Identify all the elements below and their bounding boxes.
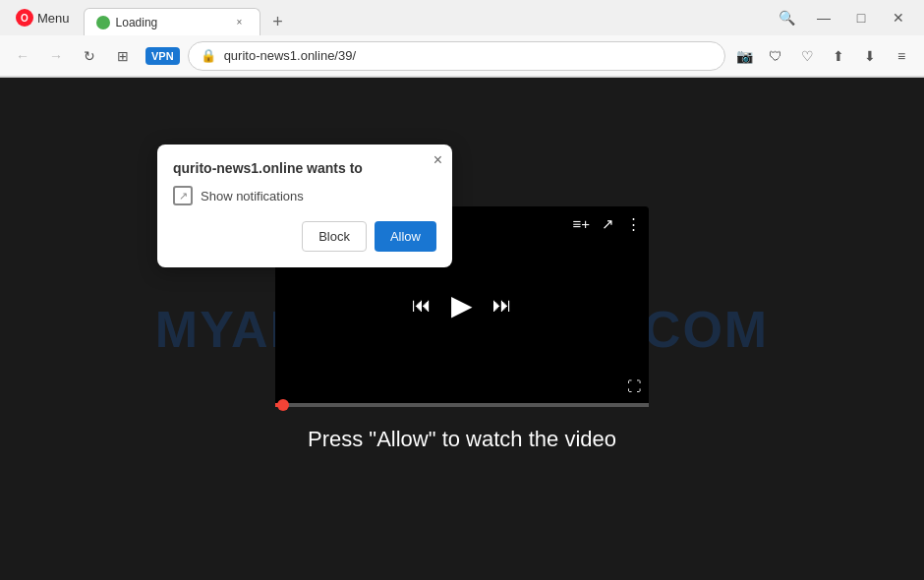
opera-menu-button[interactable]: O Menu [8, 5, 78, 30]
browser-menu-button[interactable]: ≡ [887, 41, 916, 71]
browser-chrome: O Menu Loading × + 🔍 — □ ✕ ← → ↻ ⊞ VPN 🔒 [0, 0, 924, 78]
minimize-button[interactable]: — [806, 0, 841, 35]
back-button[interactable]: ← [8, 41, 37, 71]
address-bar-container[interactable]: 🔒 [188, 41, 725, 71]
tab-close-button[interactable]: × [232, 15, 248, 30]
dialog-title: qurito-news1.online wants to [173, 160, 436, 176]
close-button[interactable]: ✕ [881, 0, 916, 35]
camera-button[interactable]: 📷 [729, 41, 759, 71]
active-tab[interactable]: Loading × [84, 8, 260, 35]
page-content: MYANTISPYWARE.COM × qurito-news1.online … [0, 78, 924, 580]
fullscreen-button[interactable]: ⛶ [627, 378, 641, 394]
allow-button[interactable]: Allow [375, 221, 436, 252]
address-input[interactable] [224, 48, 713, 63]
video-progress-dot [277, 399, 289, 411]
video-progress-bar[interactable] [275, 403, 649, 407]
permission-text: Show notifications [201, 189, 304, 203]
play-pause-button[interactable]: ▶ [451, 289, 473, 321]
video-play-controls: ⏮ ▶ ⏭ [412, 289, 512, 321]
tabs-container: Loading × + [84, 0, 763, 35]
dialog-close-button[interactable]: × [433, 152, 442, 168]
menu-label: Menu [37, 11, 70, 26]
reload-button[interactable]: ↻ [75, 41, 104, 71]
window-controls: 🔍 — □ ✕ [769, 0, 916, 35]
notification-permission-icon: ↗ [173, 186, 193, 205]
prev-button[interactable]: ⏮ [412, 294, 432, 317]
notification-dialog: × qurito-news1.online wants to ↗ Show no… [157, 145, 452, 267]
toolbar-right: 📷 🛡 ♡ ⬆ ⬇ ≡ [729, 41, 916, 71]
new-tab-button[interactable]: + [264, 8, 292, 35]
upload-button[interactable]: ⬆ [824, 41, 853, 71]
nav-bar: ← → ↻ ⊞ VPN 🔒 📷 🛡 ♡ ⬆ ⬇ ≡ [0, 35, 924, 77]
maximize-button[interactable]: □ [843, 0, 879, 35]
tabs-overview-button[interactable]: ⊞ [108, 41, 138, 71]
block-button[interactable]: Block [302, 221, 367, 252]
tab-title: Loading [116, 16, 226, 29]
video-progress-fill [275, 403, 283, 407]
search-window-button[interactable]: 🔍 [769, 0, 804, 35]
lock-icon: 🔒 [201, 48, 216, 63]
opera-logo: O [16, 9, 33, 27]
heart-button[interactable]: ♡ [792, 41, 822, 71]
more-options-icon[interactable]: ⋮ [626, 215, 641, 233]
forward-button[interactable]: → [41, 41, 71, 71]
dialog-permission-row: ↗ Show notifications [173, 186, 436, 205]
title-bar: O Menu Loading × + 🔍 — □ ✕ [0, 0, 924, 35]
press-allow-text: Press "Allow" to watch the video [308, 427, 616, 452]
vpn-button[interactable]: VPN [145, 47, 180, 65]
dialog-buttons: Block Allow [173, 221, 436, 252]
vpn-label: VPN [151, 50, 174, 62]
playlist-icon[interactable]: ≡+ [572, 215, 590, 233]
share-icon[interactable]: ↗ [602, 215, 614, 233]
download-button[interactable]: ⬇ [855, 41, 885, 71]
tab-favicon [96, 16, 110, 29]
video-top-right-controls: ≡+ ↗ ⋮ [572, 215, 641, 233]
shield-button[interactable]: 🛡 [761, 41, 790, 71]
next-button[interactable]: ⏭ [492, 294, 512, 317]
video-bottom-controls: ⛶ [627, 377, 641, 395]
